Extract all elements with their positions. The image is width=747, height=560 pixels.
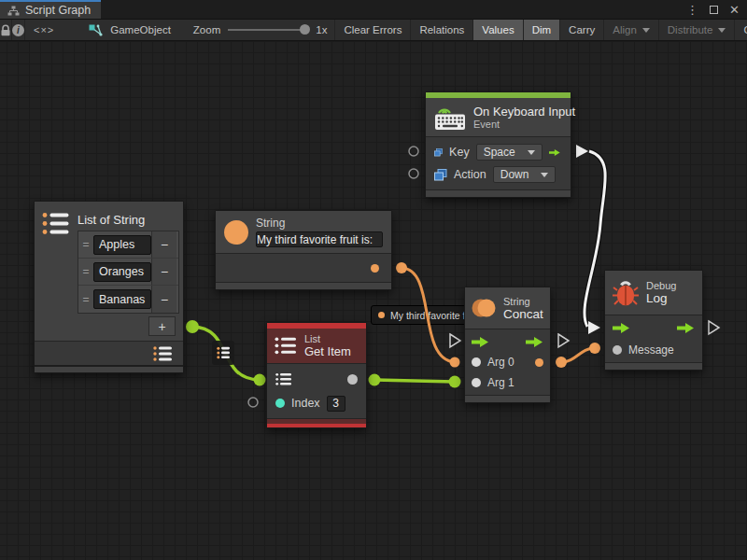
concat-result-connection-dot[interactable] <box>556 357 567 368</box>
relations-button[interactable]: Relations <box>411 20 473 40</box>
remove-item-button[interactable]: − <box>151 231 176 258</box>
concat-arg0-connection-dot[interactable] <box>450 357 460 368</box>
string-output-connection-dot[interactable] <box>396 262 407 273</box>
node-footer <box>216 282 391 289</box>
arg1-input-port[interactable] <box>472 378 481 387</box>
node-footer <box>465 395 550 402</box>
log-flow-out-indicator[interactable] <box>709 321 719 334</box>
message-port-row: Message <box>605 339 702 360</box>
tab-script-graph[interactable]: Script Graph <box>0 0 101 19</box>
chevron-down-icon <box>642 28 650 33</box>
menu-icon[interactable]: ⋮ <box>686 4 698 16</box>
concat-flow-in-indicator[interactable] <box>450 334 460 347</box>
enum-value-icon <box>434 147 443 159</box>
list-icon <box>275 336 297 356</box>
list-output-connection-dot[interactable] <box>186 320 199 333</box>
distribute-dropdown[interactable]: Distribute <box>659 20 736 40</box>
flow-out-connected-arrow[interactable] <box>576 145 588 158</box>
lock-button[interactable] <box>0 20 12 40</box>
node-subtitle: Event <box>473 119 562 130</box>
node-header: List Get Item <box>267 329 366 364</box>
list-item-row: = − <box>78 259 178 286</box>
index-input-port[interactable] <box>275 399 285 408</box>
maximize-icon[interactable] <box>710 6 718 14</box>
message-input-port[interactable] <box>613 345 622 355</box>
add-item-button[interactable]: + <box>148 316 176 336</box>
dim-toggle[interactable]: Dim <box>524 20 560 40</box>
values-toggle[interactable]: Values <box>473 20 523 40</box>
align-dropdown[interactable]: Align <box>604 20 659 40</box>
graph-target-label: GameObject <box>110 24 171 35</box>
getitem-list-connection-dot[interactable] <box>254 374 266 386</box>
action-dropdown[interactable]: Down <box>493 166 557 183</box>
keyboard-event-icon <box>434 105 466 131</box>
graph-target[interactable]: GameObject <box>63 24 180 36</box>
zoom-slider[interactable] <box>228 29 308 31</box>
code-view-button[interactable]: <×> <box>25 20 63 40</box>
node-footer <box>605 362 702 370</box>
string-value-input[interactable] <box>256 231 383 247</box>
list-output-port-icon[interactable] <box>153 345 173 362</box>
node-category: Debug <box>646 280 695 291</box>
node-title: Get Item <box>304 344 359 358</box>
zoom-value: 1x <box>316 24 327 35</box>
flow-in-connected-arrow[interactable] <box>588 321 600 334</box>
node-on-keyboard-input[interactable]: On Keyboard Input Event Key Space <box>425 91 571 198</box>
node-string-literal[interactable]: String <box>215 210 392 290</box>
node-concat[interactable]: String Concat Arg 0 Arg 1 <box>464 287 551 403</box>
arg0-port-row: Arg 0 <box>465 352 550 372</box>
node-debug-log[interactable]: Debug Log Message <box>604 270 703 371</box>
overview-button[interactable]: Overv <box>735 20 747 40</box>
getitem-index-port-indicator[interactable] <box>248 398 258 407</box>
concat-flow-out-indicator[interactable] <box>558 334 569 347</box>
list-input-port-icon[interactable] <box>275 372 292 386</box>
list-item-input[interactable] <box>93 235 151 255</box>
carry-toggle[interactable]: Carry <box>560 20 604 40</box>
drag-handle-icon[interactable]: = <box>78 265 93 278</box>
list-input-row <box>267 367 366 391</box>
arg0-port-label: Arg 0 <box>487 356 514 369</box>
node-title: Concat <box>503 307 543 321</box>
flow-input-arrow-icon[interactable] <box>613 323 630 333</box>
list-item-input[interactable] <box>93 289 151 309</box>
node-title: Log <box>646 291 695 305</box>
flow-output-arrow-icon[interactable] <box>526 337 543 347</box>
close-icon[interactable]: ✕ <box>729 4 740 16</box>
node-list-of-string[interactable]: List of String = − = − = <box>34 201 184 373</box>
result-output-port[interactable] <box>535 358 543 367</box>
remove-item-button[interactable]: − <box>151 259 176 285</box>
wire-string-to-concat[interactable] <box>402 268 455 362</box>
getitem-output-connection-dot[interactable] <box>369 374 381 386</box>
graph-canvas[interactable]: My third favorite fr... <box>0 41 747 560</box>
clear-errors-button[interactable]: Clear Errors <box>335 20 411 40</box>
node-body: Arg 0 Arg 1 <box>465 329 550 395</box>
concat-arg1-connection-dot[interactable] <box>449 376 461 388</box>
chevron-down-icon <box>528 150 535 155</box>
flow-output-arrow-icon[interactable] <box>677 323 695 333</box>
keyboard-action-port-indicator[interactable] <box>409 169 418 178</box>
info-button[interactable]: i <box>12 20 25 40</box>
zoom-control: Zoom 1x <box>180 24 335 35</box>
drag-handle-icon[interactable]: = <box>78 293 93 306</box>
key-dropdown[interactable]: Space <box>476 144 543 161</box>
flow-output-arrow-icon[interactable] <box>549 147 560 158</box>
remove-item-button[interactable]: − <box>151 286 176 313</box>
code-view-icon: <×> <box>34 24 54 35</box>
node-header: Debug Log <box>605 271 702 315</box>
list-item-input[interactable] <box>93 262 151 282</box>
arg0-input-port[interactable] <box>472 357 481 367</box>
flow-input-arrow-icon[interactable] <box>472 337 489 347</box>
item-output-port[interactable] <box>347 374 358 385</box>
string-output-port[interactable] <box>371 264 379 273</box>
arg1-port-label: Arg 1 <box>487 376 514 389</box>
chevron-down-icon <box>718 28 726 33</box>
list-icon <box>42 211 70 236</box>
concat-strings-icon <box>472 296 496 320</box>
keyboard-key-port-indicator[interactable] <box>409 147 418 156</box>
log-message-connection-dot[interactable] <box>589 343 600 354</box>
index-value-input[interactable] <box>327 396 345 412</box>
drag-handle-icon[interactable]: = <box>78 238 93 251</box>
node-get-item[interactable]: List Get Item Index <box>266 322 367 428</box>
zoom-slider-knob[interactable] <box>300 24 310 35</box>
wire-getitem-to-concat[interactable] <box>374 380 455 382</box>
